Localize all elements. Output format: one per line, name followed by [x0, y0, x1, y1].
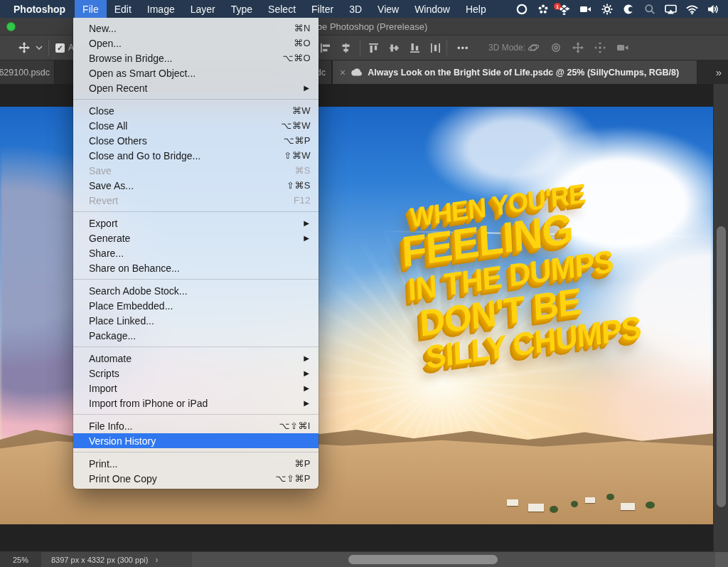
align-vertical-centers-icon[interactable] — [389, 43, 400, 53]
macos-menubar: PhotoshopFileEditImageLayerTypeSelectFil… — [0, 0, 728, 18]
auto-select-checkbox[interactable]: ✓ — [55, 43, 65, 53]
file-menu-item[interactable]: Close All ⌥⌘W — [73, 118, 318, 133]
file-menu-item[interactable]: Generate ▶ — [73, 230, 318, 245]
submenu-arrow-icon: ▶ — [304, 354, 311, 362]
tab-document-1[interactable]: 71629100.psdc — [0, 60, 55, 84]
file-menu-item[interactable]: Open Recent ▶ — [73, 80, 318, 95]
file-menu-item[interactable]: Export ▶ — [73, 216, 318, 230]
menu-filter[interactable]: Filter — [304, 0, 341, 18]
vertical-scrollbar[interactable] — [713, 84, 728, 551]
horizontal-scrollbar-thumb[interactable] — [348, 555, 498, 564]
file-menu-item[interactable]: Save As... ⇧⌘S — [73, 178, 318, 193]
window-title: Adobe Photoshop (Prerelease) — [301, 21, 428, 32]
menu-help[interactable]: Help — [458, 0, 494, 18]
align-horizontal-centers-icon[interactable] — [341, 43, 351, 53]
file-menu-item[interactable]: Scripts ▶ — [73, 366, 318, 381]
file-menu-item[interactable]: Automate ▶ — [73, 351, 318, 366]
file-menu-item[interactable]: Print One Copy ⌥⇧⌘P — [73, 471, 318, 486]
menu-type[interactable]: Type — [223, 0, 260, 18]
zoom-level-value: 25% — [13, 556, 28, 564]
menu-file[interactable]: File — [75, 0, 107, 18]
file-menu-item[interactable]: Close Others ⌥⌘P — [73, 133, 318, 148]
move-tool-icon[interactable] — [18, 42, 30, 53]
menu-view[interactable]: View — [370, 0, 407, 18]
traffic-light-green[interactable] — [6, 22, 16, 31]
dropbox-badge: 1 — [554, 3, 561, 10]
file-menu-panel: New... ⌘N Open... ⌘O Browse in Bridge...… — [73, 18, 318, 489]
tab-close-icon[interactable]: × — [340, 67, 346, 78]
align-top-edges-icon[interactable] — [368, 43, 379, 53]
3d-roll-icon[interactable] — [550, 42, 562, 53]
distribute-icon[interactable] — [430, 43, 441, 53]
file-menu-item[interactable]: Package... — [73, 328, 318, 343]
chevron-down-icon[interactable] — [36, 46, 43, 50]
submenu-arrow-icon: ▶ — [304, 219, 311, 227]
tab-active-title: Always Look on the Bright Side of Life.p… — [368, 68, 679, 78]
3d-orbit-icon[interactable] — [528, 42, 540, 53]
file-menu-item[interactable]: Open... ⌘O — [73, 36, 318, 51]
file-menu-item[interactable]: Place Linked... — [73, 313, 318, 328]
submenu-arrow-icon: ▶ — [304, 234, 311, 242]
3d-camera-icon[interactable] — [616, 43, 629, 53]
file-menu-item[interactable]: Import ▶ — [73, 381, 318, 396]
tab-overflow-chevron[interactable]: » — [712, 60, 726, 84]
file-menu-item[interactable] — [73, 346, 318, 347]
file-menu-item[interactable]: Open as Smart Object... — [73, 65, 318, 80]
app-menu-photoshop[interactable]: Photoshop — [6, 0, 75, 18]
menu-3d[interactable]: 3D — [341, 0, 370, 18]
zoom-level-field[interactable]: 25% — [0, 552, 41, 567]
file-menu-item[interactable]: Share on Behance... — [73, 260, 318, 275]
file-menu-item[interactable]: New... ⌘N — [73, 21, 318, 36]
file-menu-item[interactable]: Version History — [73, 433, 318, 448]
wifi-icon[interactable] — [686, 3, 698, 15]
3d-slide-icon[interactable] — [594, 42, 606, 53]
menu-layer[interactable]: Layer — [183, 0, 223, 18]
file-menu-item[interactable]: Save ⌘S — [73, 163, 318, 178]
gear-icon[interactable] — [601, 3, 613, 15]
file-menu-item[interactable]: Print... ⌘P — [73, 456, 318, 471]
file-menu-item[interactable]: Browse in Bridge... ⌥⌘O — [73, 51, 318, 65]
file-menu-item[interactable]: Revert F12 — [73, 193, 318, 208]
vertical-scrollbar-thumb[interactable] — [717, 226, 726, 507]
more-options-icon[interactable]: ••• — [457, 43, 469, 53]
volume-icon[interactable] — [707, 3, 719, 15]
file-menu-item[interactable]: Place Embedded... — [73, 298, 318, 313]
file-menu-item[interactable]: File Info... ⌥⇧⌘I — [73, 418, 318, 433]
file-menu-item[interactable] — [73, 414, 318, 415]
file-menu-item[interactable]: Share... — [73, 245, 318, 260]
menu-select[interactable]: Select — [260, 0, 304, 18]
menubar-items: PhotoshopFileEditImageLayerTypeSelectFil… — [0, 0, 494, 18]
submenu-arrow-icon: ▶ — [304, 369, 311, 377]
dropbox-icon[interactable]: 1 — [558, 3, 570, 15]
airplay-icon[interactable] — [665, 3, 677, 15]
file-menu-item[interactable] — [73, 211, 318, 212]
file-menu-item[interactable] — [73, 452, 318, 452]
menu-edit[interactable]: Edit — [107, 0, 139, 18]
status-bar: 25% 8397 px x 4332 px (300 ppi) › — [0, 551, 728, 567]
file-menu-item[interactable] — [73, 99, 318, 100]
desert-village — [500, 469, 685, 519]
file-menu-item[interactable] — [73, 279, 318, 280]
align-left-edges-icon[interactable] — [320, 43, 331, 53]
photoshop-window: WHEN YOU'REFEELINGIN THE DUMPSDON'T BESI… — [0, 0, 728, 567]
file-menu-item[interactable]: Close ⌘W — [73, 103, 318, 118]
cloud-doc-icon — [350, 66, 363, 79]
menu-image[interactable]: Image — [139, 0, 183, 18]
spotlight-icon[interactable] — [643, 3, 655, 15]
tab-document-active[interactable]: × Always Look on the Bright Side of Life… — [332, 60, 697, 84]
scrollbar-corner — [715, 552, 728, 567]
align-bottom-edges-icon[interactable] — [410, 43, 420, 53]
3d-mode-label: 3D Mode: — [488, 43, 525, 53]
screen-record-icon[interactable] — [579, 3, 592, 15]
submenu-arrow-icon: ▶ — [304, 384, 311, 392]
file-menu-item[interactable]: Import from iPhone or iPad ▶ — [73, 396, 318, 410]
shutter-icon[interactable] — [537, 3, 549, 15]
file-menu-item[interactable]: Search Adobe Stock... — [73, 283, 318, 298]
crescent-app-icon[interactable] — [622, 3, 634, 15]
3d-pan-icon[interactable] — [572, 42, 584, 53]
creative-cloud-icon[interactable] — [515, 3, 528, 15]
menu-window[interactable]: Window — [407, 0, 458, 18]
document-info[interactable]: 8397 px x 4332 px (300 ppi) › — [41, 552, 192, 567]
status-chevron-icon[interactable]: › — [155, 555, 158, 565]
file-menu-item[interactable]: Close and Go to Bridge... ⇧⌘W — [73, 148, 318, 163]
